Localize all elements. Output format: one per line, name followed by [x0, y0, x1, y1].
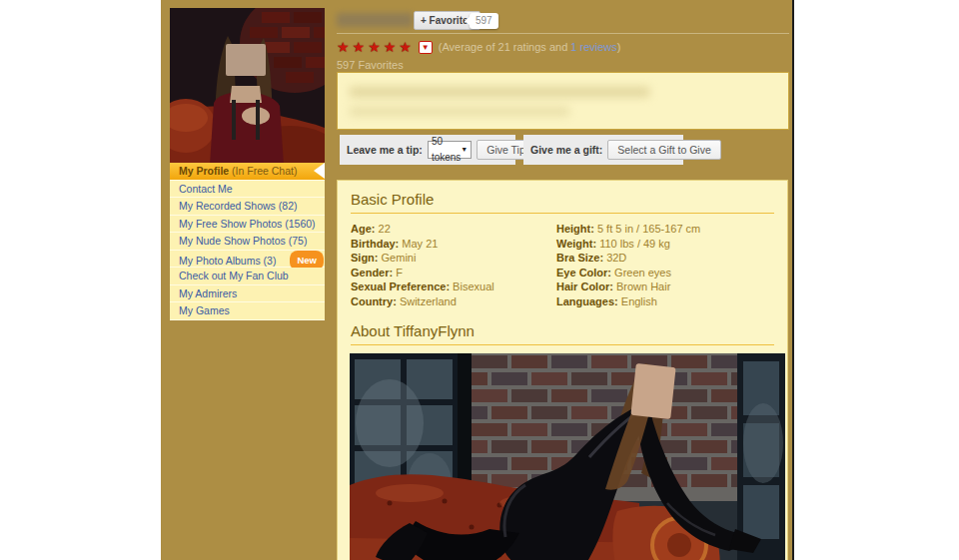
profile-field-weight: Weight: 110 lbs / 49 kg: [556, 237, 774, 252]
basic-profile-fields: Age: 22 Birthday: May 21 Sign: Gemini Ge…: [351, 222, 774, 308]
field-label: Bra Size:: [556, 252, 603, 264]
profile-field-age: Age: 22: [351, 222, 556, 237]
profile-field-country: Country: Switzerland: [351, 294, 556, 309]
sidebar-item-label: Contact Me: [179, 183, 233, 195]
blurred-text-line: [350, 87, 649, 97]
field-value: F: [393, 267, 403, 279]
profile-field-languages: Languages: English: [556, 294, 774, 309]
field-label: Sign:: [351, 252, 379, 264]
field-value: Brown Hair: [613, 280, 670, 292]
field-label: Weight:: [556, 238, 596, 250]
star-icon: ★: [353, 40, 366, 54]
profile-field-hair-color: Hair Color: Brown Hair: [556, 280, 774, 294]
rating-suffix: ): [617, 41, 621, 53]
field-value: English: [618, 295, 657, 307]
favorites-count-badge: 597: [470, 13, 498, 29]
select-gift-button[interactable]: Select a Gift to Give: [607, 140, 720, 160]
sidebar-item-label: My Profile: [179, 165, 229, 177]
star-icon: ★: [384, 40, 397, 54]
profile-fields-left: Age: 22 Birthday: May 21 Sign: Gemini Ge…: [351, 222, 556, 308]
about-photo-art: [350, 353, 785, 560]
tip-label: Leave me a tip:: [347, 144, 423, 156]
thumbnail-art: [170, 8, 325, 165]
field-value: 32D: [603, 252, 626, 264]
about-title: About TiffanyFlynn: [351, 322, 774, 345]
active-item-arrow-icon: [314, 163, 325, 179]
field-value: May 21: [399, 238, 438, 250]
rating-dropdown-icon[interactable]: ▼: [419, 41, 433, 54]
sidebar-item-contact-me[interactable]: Contact Me: [170, 181, 325, 199]
profile-field-birthday: Birthday: May 21: [351, 237, 556, 252]
favorites-count-text: 597 Favorites: [337, 59, 404, 71]
gift-tray: Give me a gift: Select a Gift to Give: [523, 135, 683, 165]
field-value: 110 lbs / 49 kg: [596, 238, 670, 250]
field-value: Switzerland: [397, 295, 457, 307]
profile-fields-right: Height: 5 ft 5 in / 165-167 cm Weight: 1…: [556, 222, 774, 308]
profile-page: My Profile (In Free Chat) Contact Me My …: [0, 0, 959, 560]
sidebar-item-photo-albums[interactable]: My Photo Albums (3)New: [170, 251, 325, 269]
field-label: Birthday:: [351, 238, 399, 250]
sidebar-item-my-profile[interactable]: My Profile (In Free Chat): [170, 163, 325, 181]
field-label: Gender:: [351, 267, 393, 279]
sidebar-item-label: My Free Show Photos (1560): [179, 218, 316, 230]
announcement-banner-blurred: [337, 72, 789, 130]
profile-field-bra-size: Bra Size: 32D: [556, 251, 774, 266]
sidebar-item-label: My Photo Albums (3): [179, 255, 276, 267]
sidebar-item-label: My Admirers: [179, 287, 237, 299]
sidebar-item-free-show-photos[interactable]: My Free Show Photos (1560): [170, 216, 325, 234]
field-value: Bisexual: [450, 280, 494, 292]
field-value: 22: [375, 223, 390, 235]
field-label: Country:: [351, 295, 397, 307]
field-label: Sexual Preference:: [351, 280, 450, 292]
field-label: Hair Color:: [556, 280, 613, 292]
tip-tray: Leave me a tip: 50 tokens ▼ Give Tip: [340, 135, 515, 165]
about-photo: [350, 353, 785, 560]
tip-amount-select[interactable]: 50 tokens ▼: [428, 141, 472, 159]
star-icon: ★: [368, 40, 381, 54]
sidebar-item-label: My Games: [179, 304, 230, 316]
profile-field-gender: Gender: F: [351, 266, 556, 280]
sidebar-menu: My Profile (In Free Chat) Contact Me My …: [170, 163, 325, 320]
select-caret-icon: ▼: [461, 142, 468, 158]
field-value: 5 ft 5 in / 165-167 cm: [594, 223, 700, 235]
rating-prefix: (Average of 21 ratings and: [439, 41, 571, 53]
blurred-text-line: [350, 107, 569, 116]
profile-panel: Basic Profile Age: 22 Birthday: May 21 S…: [337, 180, 788, 560]
sidebar-item-label: My Nude Show Photos (75): [179, 235, 307, 247]
sidebar-item-nude-show-photos[interactable]: My Nude Show Photos (75): [170, 233, 325, 251]
profile-field-sign: Sign: Gemini: [351, 251, 556, 266]
field-label: Languages:: [556, 295, 618, 307]
gift-label: Give me a gift:: [530, 144, 602, 156]
sidebar-item-recorded-shows[interactable]: My Recorded Shows (82): [170, 198, 325, 216]
reviews-link[interactable]: 1 reviews: [570, 41, 616, 53]
rating-row: ★ ★ ★ ★ ★ ▼ (Average of 21 ratings and 1…: [337, 39, 620, 55]
sidebar-item-my-games[interactable]: My Games: [170, 302, 325, 320]
sidebar-item-label: Check out My Fan Club: [179, 270, 289, 281]
profile-field-sexual-preference: Sexual Preference: Bisexual: [351, 280, 556, 294]
field-label: Height:: [556, 223, 594, 235]
profile-field-height: Height: 5 ft 5 in / 165-167 cm: [556, 222, 774, 237]
field-value: Green eyes: [611, 267, 671, 279]
star-icon: ★: [399, 40, 412, 54]
rating-average-text: (Average of 21 ratings and 1 reviews): [439, 41, 621, 53]
profile-thumbnail-photo: [170, 8, 325, 165]
sidebar-item-label: My Recorded Shows (82): [179, 200, 297, 212]
sidebar-item-my-admirers[interactable]: My Admirers: [170, 285, 325, 303]
header-divider: [337, 33, 789, 34]
sidebar-item-suffix: (In Free Chat): [229, 165, 297, 177]
field-label: Age:: [351, 223, 375, 235]
username-blurred: [337, 13, 413, 27]
star-icon: ★: [337, 40, 350, 54]
sidebar-item-fan-club[interactable]: Check out My Fan Club: [170, 268, 325, 285]
tip-amount-value: 50 tokens: [432, 134, 461, 166]
field-value: Gemini: [379, 252, 417, 264]
basic-profile-title: Basic Profile: [351, 191, 774, 214]
field-label: Eye Color:: [556, 267, 611, 279]
profile-field-eye-color: Eye Color: Green eyes: [556, 266, 774, 280]
